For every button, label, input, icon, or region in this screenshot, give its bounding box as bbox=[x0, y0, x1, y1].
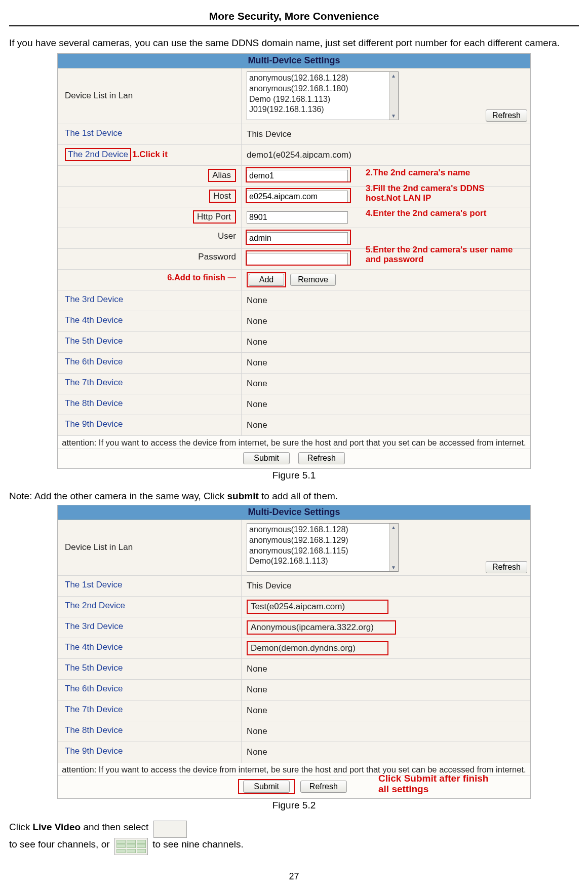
add-button[interactable]: Add bbox=[249, 274, 284, 286]
device-list-label: Device List in Lan bbox=[58, 520, 241, 575]
remove-button[interactable]: Remove bbox=[290, 274, 336, 286]
device-9-label[interactable]: The 9th Device bbox=[58, 742, 241, 763]
submit-button[interactable]: Submit bbox=[243, 781, 290, 793]
submit-button[interactable]: Submit bbox=[243, 452, 290, 464]
device-8-label[interactable]: The 8th Device bbox=[58, 721, 241, 742]
device-7-value: None bbox=[241, 374, 530, 394]
four-channel-icon[interactable] bbox=[153, 821, 187, 838]
page-header: More Security, More Convenience bbox=[9, 10, 579, 26]
device-8-value: None bbox=[241, 721, 530, 742]
annotation-submit: Click Submit after finish all settings bbox=[378, 773, 500, 795]
host-label: Host bbox=[209, 190, 236, 203]
annotation-2: 2.The 2nd camera's name bbox=[366, 168, 470, 178]
multi-device-panel-1: Multi-Device Settings Device List in Lan… bbox=[57, 53, 531, 469]
device-2-value: Test(e0254.aipcam.com) bbox=[241, 597, 530, 617]
device-list-label: Device List in Lan bbox=[58, 68, 241, 124]
annotation-3: 3.Fill the 2nd camera's DDNS host.Not LA… bbox=[366, 183, 518, 203]
device-5-value: None bbox=[241, 659, 530, 679]
host-input[interactable] bbox=[247, 191, 348, 203]
port-input[interactable] bbox=[247, 211, 348, 224]
figure-caption-2: Figure 5.2 bbox=[9, 800, 579, 811]
list-item[interactable]: anonymous(192.168.1.180) bbox=[249, 84, 398, 94]
list-item[interactable]: anonymous(192.168.1.129) bbox=[249, 535, 398, 546]
port-label: Http Port bbox=[193, 210, 236, 224]
panel-title: Multi-Device Settings bbox=[58, 54, 530, 68]
refresh-button[interactable]: Refresh bbox=[486, 561, 527, 573]
attention-text: attention: If you want to access the dev… bbox=[58, 436, 530, 449]
device-4-label[interactable]: The 4th Device bbox=[58, 638, 241, 658]
device-3-label[interactable]: The 3rd Device bbox=[58, 617, 241, 638]
device-7-label[interactable]: The 7th Device bbox=[58, 374, 241, 394]
refresh-button-2[interactable]: Refresh bbox=[298, 452, 345, 464]
device-7-label[interactable]: The 7th Device bbox=[58, 700, 241, 721]
annotation-4: 4.Enter the 2nd camera's port bbox=[366, 208, 497, 218]
device-list[interactable]: anonymous(192.168.1.128) anonymous(192.1… bbox=[247, 523, 399, 572]
device-9-value: None bbox=[241, 742, 530, 763]
multi-device-panel-2: Multi-Device Settings Device List in Lan… bbox=[57, 505, 531, 799]
device-6-label[interactable]: The 6th Device bbox=[58, 680, 241, 700]
device-7-value: None bbox=[241, 700, 530, 721]
device-1-label: The 1st Device bbox=[58, 124, 241, 144]
page-number: 27 bbox=[9, 871, 579, 882]
alias-input[interactable] bbox=[247, 170, 348, 182]
list-item[interactable]: anonymous(192.168.1.128) bbox=[249, 73, 398, 84]
device-8-value: None bbox=[241, 394, 530, 415]
nine-channel-icon[interactable] bbox=[114, 838, 148, 855]
panel-title: Multi-Device Settings bbox=[58, 505, 530, 520]
device-6-value: None bbox=[241, 680, 530, 700]
final-text: Click Live Video and then select bbox=[9, 821, 579, 835]
device-9-value: None bbox=[241, 415, 530, 435]
note-text: Note: Add the other camera in the same w… bbox=[9, 491, 579, 502]
device-4-value: None bbox=[241, 311, 530, 331]
password-input[interactable] bbox=[247, 253, 348, 265]
device-2-value: demo1(e0254.aipcam.com) bbox=[241, 145, 530, 165]
password-label: Password bbox=[58, 249, 241, 269]
device-3-value: Anonymous(ipcamera.3322.org) bbox=[241, 617, 530, 638]
device-6-value: None bbox=[241, 353, 530, 373]
annotation-1: 1.Click it bbox=[132, 150, 168, 159]
intro-text: If you have several cameras, you can use… bbox=[9, 36, 579, 50]
device-3-label[interactable]: The 3rd Device bbox=[58, 290, 241, 311]
refresh-button[interactable]: Refresh bbox=[486, 109, 527, 122]
device-9-label[interactable]: The 9th Device bbox=[58, 415, 241, 435]
scrollbar[interactable] bbox=[389, 524, 398, 571]
device-4-value: Demon(demon.dyndns.org) bbox=[241, 638, 530, 658]
device-5-label[interactable]: The 5th Device bbox=[58, 659, 241, 679]
device-3-value: None bbox=[241, 290, 530, 311]
annotation-6: 6.Add to finish bbox=[167, 273, 225, 282]
refresh-button-2[interactable]: Refresh bbox=[300, 781, 347, 793]
list-item[interactable]: anonymous(192.168.1.128) bbox=[249, 525, 398, 535]
list-item[interactable]: Demo(192.168.1.113) bbox=[249, 556, 398, 567]
device-5-label[interactable]: The 5th Device bbox=[58, 332, 241, 352]
device-5-value: None bbox=[241, 332, 530, 352]
device-1-value: This Device bbox=[241, 124, 530, 144]
device-8-label[interactable]: The 8th Device bbox=[58, 394, 241, 415]
device-6-label[interactable]: The 6th Device bbox=[58, 353, 241, 373]
device-2-label[interactable]: The 2nd Device bbox=[58, 597, 241, 617]
list-item[interactable]: Demo (192.168.1.113) bbox=[249, 94, 398, 105]
scrollbar[interactable] bbox=[389, 72, 398, 120]
user-input[interactable] bbox=[247, 232, 348, 244]
list-item[interactable]: J019(192.168.1.136) bbox=[249, 104, 398, 115]
alias-label: Alias bbox=[208, 169, 236, 182]
device-list[interactable]: anonymous(192.168.1.128) anonymous(192.1… bbox=[247, 71, 399, 120]
device-4-label[interactable]: The 4th Device bbox=[58, 311, 241, 331]
device-2-label[interactable]: The 2nd Device1.Click it bbox=[58, 145, 241, 165]
device-1-label: The 1st Device bbox=[58, 576, 241, 596]
user-label: User bbox=[58, 228, 241, 248]
list-item[interactable]: anonymous(192.168.1.115) bbox=[249, 546, 398, 557]
figure-caption-1: Figure 5.1 bbox=[9, 470, 579, 481]
device-1-value: This Device bbox=[241, 576, 530, 596]
annotation-5: 5.Enter the 2nd camera's user name and p… bbox=[366, 245, 528, 265]
